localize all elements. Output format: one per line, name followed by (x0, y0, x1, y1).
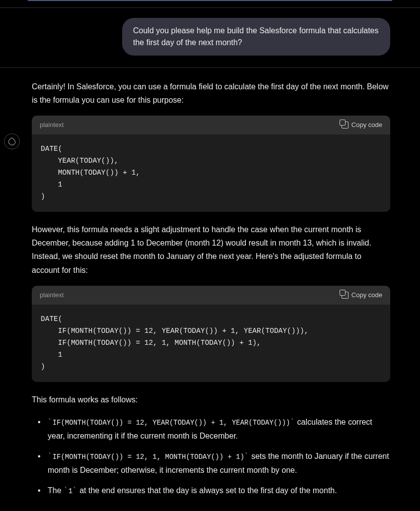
assistant-content: Certainly! In Salesforce, you can use a … (32, 80, 390, 511)
inline-code: IF(MONTH(TODAY()) = 12, YEAR(TODAY()) + … (53, 419, 290, 427)
bullet-pre-text: The (48, 486, 64, 495)
code-content-1[interactable]: DATE( YEAR(TODAY()), MONTH(TODAY()) + 1,… (32, 134, 390, 212)
code-lang-label: plaintext (40, 290, 64, 301)
user-message-row: Could you please help me build the Sales… (0, 8, 420, 68)
code-lang-label: plaintext (40, 120, 64, 130)
explanation-list: `IF(MONTH(TODAY()) = 12, YEAR(TODAY()) +… (32, 415, 390, 498)
backtick: ` (72, 486, 77, 495)
backtick: ` (48, 417, 53, 427)
backtick: ` (244, 451, 249, 461)
inline-code: IF(MONTH(TODAY()) = 12, 1, MONTH(TODAY()… (53, 453, 244, 461)
bullet-text: at the end ensures that the day is alway… (77, 486, 337, 495)
inline-code: 1 (69, 487, 72, 495)
copy-code-button[interactable]: Copy code (342, 290, 382, 301)
code-block-2: plaintext Copy code DATE( IF(MONTH(TODAY… (32, 286, 390, 382)
list-item: The `1` at the end ensures that the day … (36, 484, 390, 498)
list-item: `IF(MONTH(TODAY()) = 12, YEAR(TODAY()) +… (36, 415, 390, 443)
backtick: ` (48, 451, 53, 461)
outro-paragraph: You can add this formula to a formula fi… (32, 508, 390, 511)
assistant-message-row: Certainly! In Salesforce, you can use a … (0, 68, 420, 511)
copy-label: Copy code (351, 290, 382, 301)
user-message-text: Could you please help me build the Sales… (133, 26, 379, 47)
copy-icon (342, 292, 349, 299)
intro-paragraph: Certainly! In Salesforce, you can use a … (32, 80, 390, 107)
backtick: ` (64, 486, 69, 495)
code-header-2: plaintext Copy code (32, 286, 390, 305)
user-message-bubble: Could you please help me build the Sales… (122, 18, 390, 56)
adjustment-paragraph: However, this formula needs a slight adj… (32, 223, 390, 277)
code-block-1: plaintext Copy code DATE( YEAR(TODAY()),… (32, 116, 390, 212)
works-intro: This formula works as follows: (32, 393, 390, 406)
list-item: `IF(MONTH(TODAY()) = 12, 1, MONTH(TODAY(… (36, 449, 390, 477)
assistant-avatar (4, 133, 20, 149)
copy-icon (342, 122, 349, 128)
code-header-1: plaintext Copy code (32, 116, 390, 134)
copy-label: Copy code (351, 120, 382, 130)
copy-code-button[interactable]: Copy code (342, 120, 382, 130)
backtick: ` (290, 417, 295, 427)
code-content-2[interactable]: DATE( IF(MONTH(TODAY()) = 12, YEAR(TODAY… (32, 305, 390, 382)
top-divider (0, 1, 420, 8)
openai-logo-icon (7, 137, 16, 146)
